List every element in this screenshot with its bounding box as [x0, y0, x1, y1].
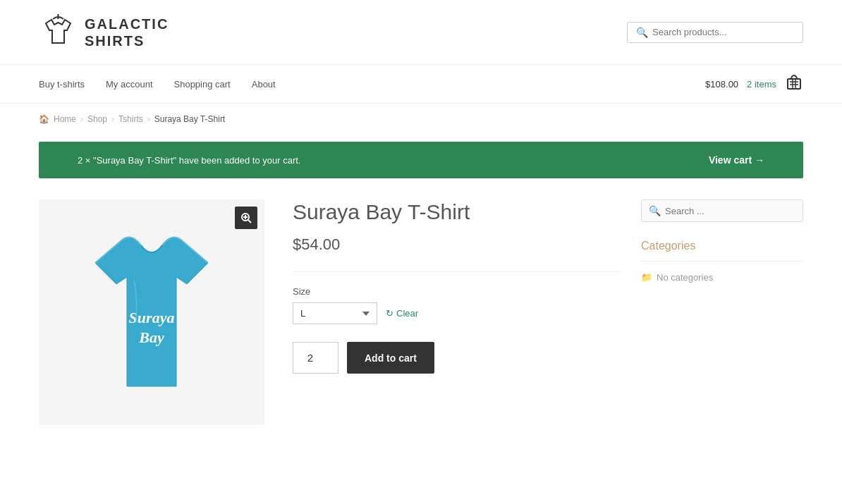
size-label: Size [293, 286, 620, 297]
site-logo[interactable]: GALACTIC SHIRTS [39, 11, 169, 54]
cart-row: Add to cart [293, 342, 620, 374]
nav-link-shopping-cart[interactable]: Shopping cart [174, 79, 231, 90]
size-row: S M L XL XXL ↻ Clear [293, 302, 620, 324]
nav-links: Buy t-shirts My account Shopping cart Ab… [39, 79, 276, 90]
header: GALACTIC SHIRTS 🔍 [0, 0, 842, 65]
logo-icon [39, 11, 78, 54]
notification-message: 2 × "Suraya Bay T-Shirt" have been added… [78, 155, 300, 166]
cart-area: $108.00 2 items [705, 73, 803, 95]
svg-text:Suraya: Suraya [129, 309, 175, 326]
breadcrumb-shop[interactable]: Shop [87, 114, 107, 124]
cart-items-count: 2 items [747, 79, 776, 90]
product-image-wrap: Suraya Bay [39, 199, 264, 425]
main-nav: Buy t-shirts My account Shopping cart Ab… [0, 65, 842, 104]
cart-total: $108.00 [705, 79, 738, 90]
notification-bar: 2 × "Suraya Bay T-Shirt" have been added… [39, 142, 803, 178]
site-name: GALACTIC SHIRTS [85, 16, 169, 49]
view-cart-button[interactable]: View cart → [709, 154, 764, 166]
quantity-input[interactable] [293, 342, 338, 374]
product-title: Suraya Bay T-Shirt [293, 199, 620, 225]
breadcrumb-sep-2: › [111, 114, 114, 124]
size-section: Size S M L XL XXL ↻ Clear [293, 286, 620, 324]
breadcrumb-tshirts[interactable]: Tshirts [118, 114, 143, 124]
product-price: $54.00 [293, 235, 620, 254]
clear-button[interactable]: ↻ Clear [386, 308, 418, 319]
add-to-cart-button[interactable]: Add to cart [347, 342, 434, 374]
cart-icon-button[interactable] [785, 73, 803, 95]
svg-text:Bay: Bay [138, 328, 164, 346]
sidebar-search-input[interactable] [665, 206, 795, 216]
folder-icon: 📁 [641, 272, 652, 283]
product-section: Suraya Bay Suraya Bay T-Shirt $54.00 Siz… [39, 199, 620, 425]
breadcrumb-sep-1: › [80, 114, 83, 124]
breadcrumb: 🏠 Home › Shop › Tshirts › Suraya Bay T-S… [0, 104, 842, 135]
divider-1 [293, 271, 620, 272]
search-icon: 🔍 [636, 27, 648, 38]
categories-divider [641, 261, 803, 262]
nav-link-about[interactable]: About [252, 79, 276, 90]
sidebar-search-icon: 🔍 [649, 205, 661, 216]
no-categories-label: No categories [657, 272, 713, 283]
nav-link-my-account[interactable]: My account [106, 79, 152, 90]
sidebar: 🔍 Categories 📁 No categories [641, 199, 803, 425]
breadcrumb-sep-3: › [147, 114, 150, 124]
svg-line-6 [248, 220, 251, 223]
product-details: Suraya Bay T-Shirt $54.00 Size S M L XL … [293, 199, 620, 425]
zoom-button[interactable] [235, 207, 257, 229]
header-search-input[interactable] [652, 27, 794, 37]
breadcrumb-current: Suraya Bay T-Shirt [154, 114, 226, 124]
refresh-icon: ↻ [386, 308, 393, 319]
clear-label: Clear [396, 308, 418, 319]
home-icon: 🏠 [39, 114, 49, 124]
main-content: Suraya Bay Suraya Bay T-Shirt $54.00 Siz… [0, 192, 842, 453]
sidebar-search-box[interactable]: 🔍 [641, 199, 803, 222]
breadcrumb-home[interactable]: Home [54, 114, 76, 124]
header-search-box[interactable]: 🔍 [627, 22, 803, 43]
product-image: Suraya Bay [74, 224, 229, 400]
categories-title: Categories [641, 240, 803, 252]
no-categories: 📁 No categories [641, 272, 803, 283]
size-select[interactable]: S M L XL XXL [293, 302, 377, 324]
svg-rect-0 [788, 79, 800, 89]
nav-link-buy-tshirts[interactable]: Buy t-shirts [39, 79, 85, 90]
